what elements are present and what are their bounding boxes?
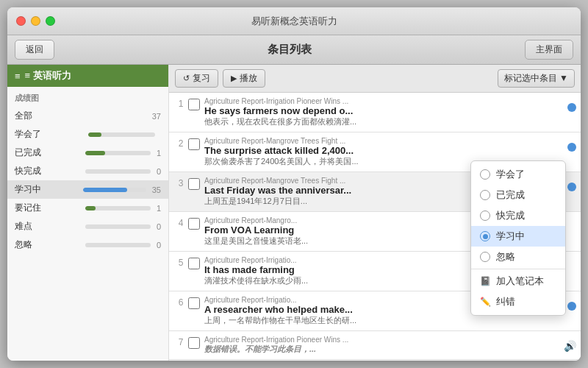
item-checkbox[interactable]: [188, 138, 200, 150]
radio-completed: [480, 190, 490, 200]
play-button[interactable]: ▶ 播放: [223, 69, 265, 88]
content-area: ≡ ≡ 英语听力 成绩图 全部 37 学会了 已完成: [7, 65, 581, 361]
item-number: 4: [173, 216, 188, 228]
item-checkbox[interactable]: [188, 99, 200, 110]
dropdown-label-correct: 纠错: [496, 295, 515, 308]
sidebar-item-difficult-label: 难点: [15, 220, 79, 233]
item-content: Agriculture Report-Irrigation Pioneer Wi…: [204, 97, 563, 127]
sidebar-item-completed-progress: [85, 151, 150, 155]
maximize-button[interactable]: [46, 16, 55, 26]
mark-dropdown-popup: 学会了 已完成 快完成 学习中 忽略: [470, 160, 566, 316]
notebook-icon: 📓: [480, 276, 490, 286]
item-category: Agriculture Report-Mangrove Trees Fight …: [204, 137, 563, 145]
item-checkbox[interactable]: [188, 218, 200, 230]
sidebar-item-memorize[interactable]: 要记住 1: [7, 199, 168, 217]
sidebar-item-almost-progress: [85, 169, 150, 174]
review-icon: ↺: [183, 74, 190, 83]
dropdown-label-almost: 快完成: [496, 209, 525, 222]
dropdown-label-completed: 已完成: [496, 188, 525, 202]
item-status-dot: [567, 183, 576, 191]
item-status-dot: [567, 143, 576, 152]
item-number: 6: [173, 296, 188, 308]
page-title: 条目列表: [62, 43, 517, 57]
mark-dropdown-button[interactable]: 标记选中条目 ▼: [498, 69, 575, 88]
sidebar-item-memorize-label: 要记住: [15, 202, 79, 214]
sidebar-item-all-count: 37: [152, 112, 161, 121]
sidebar-item-ignore[interactable]: 忽略 0: [7, 236, 168, 254]
item-number: 2: [173, 137, 188, 149]
item-number: 5: [173, 256, 188, 268]
dropdown-item-completed[interactable]: 已完成: [471, 185, 565, 205]
item-number: 1: [173, 97, 188, 109]
item-category: Agriculture Report-Irrigation Pioneer Wi…: [204, 336, 559, 344]
dropdown-item-studying[interactable]: 学习中: [471, 226, 565, 247]
sidebar-item-learned[interactable]: 学会了: [7, 125, 168, 144]
dropdown-label-notebook: 加入笔记本: [496, 275, 544, 288]
item-title-en: He says farmers now depend o...: [204, 105, 563, 116]
radio-dot: [483, 234, 488, 239]
radio-ignore: [480, 252, 490, 262]
item-status-dot: [567, 302, 576, 311]
sidebar-item-completed-label: 已完成: [15, 146, 79, 159]
sidebar-item-completed-count: 1: [157, 149, 161, 158]
dropdown-label-ignore: 忽略: [496, 250, 515, 263]
item-checkbox[interactable]: [188, 297, 200, 309]
sidebar-item-studying-progress: [83, 188, 146, 192]
correct-icon: ✏️: [480, 297, 490, 307]
sidebar-item-ignore-count: 0: [157, 241, 161, 250]
titlebar-buttons: [16, 16, 55, 26]
sidebar-item-completed[interactable]: 已完成 1: [7, 144, 168, 162]
item-status-dot: [567, 103, 576, 112]
sidebar-item-studying[interactable]: 学习中 35: [7, 180, 168, 199]
sidebar-item-all[interactable]: 全部 37: [7, 107, 168, 125]
item-content: Agriculture Report-Irrigation Pioneer Wi…: [204, 336, 559, 355]
dropdown-separator: [471, 269, 565, 269]
dropdown-item-learned[interactable]: 学会了: [471, 164, 565, 185]
sidebar-item-difficult-count: 0: [157, 222, 161, 231]
dropdown-label-learned: 学会了: [496, 168, 525, 181]
sidebar-item-almost[interactable]: 快完成 0: [7, 162, 168, 180]
sidebar-item-memorize-progress: [85, 206, 150, 210]
radio-studying: [480, 231, 490, 241]
list-item[interactable]: 1 Agriculture Report-Irrigation Pioneer …: [169, 93, 581, 132]
list-item[interactable]: 7 Agriculture Report-Irrigation Pioneer …: [169, 331, 581, 360]
main-area: ↺ 复习 ▶ 播放 标记选中条目 ▼ 1 Agriculture Report-…: [169, 65, 581, 361]
item-title-en: The surprise attack killed 2,400...: [204, 145, 563, 156]
window-title: 易听新概念英语听力: [251, 15, 337, 28]
sidebar-item-studying-count: 35: [152, 185, 161, 194]
speaker-icon: 🔊: [564, 340, 576, 352]
sidebar-item-almost-label: 快完成: [15, 165, 79, 177]
play-icon: ▶: [231, 74, 237, 83]
item-checkbox[interactable]: [188, 258, 200, 269]
item-checkbox[interactable]: [188, 337, 200, 349]
dropdown-item-ignore[interactable]: 忽略: [471, 247, 565, 267]
main-button[interactable]: 主界面: [525, 40, 573, 60]
item-title-en: 数据错误。不能学习此条目，...: [204, 344, 559, 355]
dropdown-item-correct[interactable]: ✏️ 纠错: [471, 291, 565, 312]
dropdown-item-notebook[interactable]: 📓 加入笔记本: [471, 271, 565, 291]
item-title-cn: 他表示，现在农民在很多方面都依赖滴灌...: [204, 116, 563, 127]
minimize-button[interactable]: [31, 16, 40, 26]
review-button[interactable]: ↺ 复习: [175, 69, 218, 88]
sidebar: ≡ ≡ 英语听力 成绩图 全部 37 学会了 已完成: [7, 65, 169, 361]
sidebar-header-icon: ≡: [15, 71, 21, 82]
play-label: 播放: [240, 72, 257, 85]
back-button[interactable]: 返回: [15, 40, 54, 60]
sidebar-item-difficult[interactable]: 难点 0: [7, 217, 168, 236]
sidebar-item-ignore-progress: [85, 243, 150, 247]
radio-almost: [480, 210, 490, 221]
item-number: 3: [173, 177, 188, 188]
item-number: 7: [173, 336, 188, 347]
dropdown-item-almost[interactable]: 快完成: [471, 205, 565, 226]
item-checkbox[interactable]: [188, 178, 200, 190]
sidebar-header-label: ≡ 英语听力: [25, 69, 71, 82]
sidebar-item-almost-count: 0: [157, 167, 161, 176]
close-button[interactable]: [16, 16, 26, 26]
sidebar-item-ignore-label: 忽略: [15, 238, 79, 251]
sidebar-item-difficult-progress: [85, 224, 150, 229]
titlebar: 易听新概念英语听力: [7, 7, 581, 35]
sidebar-item-learned-label: 学会了: [15, 128, 82, 141]
radio-learned: [480, 169, 490, 180]
toolbar: 返回 条目列表 主界面: [7, 35, 581, 65]
sidebar-item-memorize-count: 1: [157, 204, 161, 213]
